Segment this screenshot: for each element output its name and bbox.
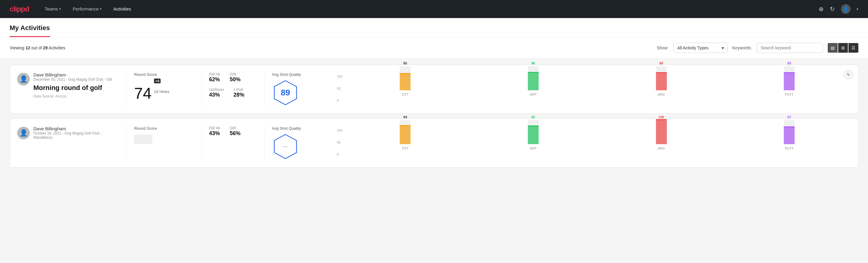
- round-score-section: Round Score: [134, 126, 194, 144]
- card-info: Dave Billingham December 05, 2021 - Gog …: [33, 72, 112, 98]
- chart-bar-ott: 94 OTT: [343, 115, 467, 150]
- quality-value: —: [283, 144, 287, 149]
- view-list-detail-button[interactable]: ☰: [848, 43, 858, 53]
- fw-hit-stat: FW Hit 43%: [209, 126, 220, 137]
- gir-label: GIR: [230, 72, 241, 77]
- chart-bar-putt: 87 PUTT: [727, 115, 851, 150]
- card-info: Dave Billingham October 16, 2021 - Gog M…: [33, 126, 119, 142]
- add-icon[interactable]: ⊕: [819, 5, 824, 12]
- teams-chevron-icon: ▾: [59, 7, 61, 10]
- person-icon: 👤: [20, 75, 28, 83]
- fw-hit-value: 62%: [209, 77, 220, 83]
- nav-icons-group: ⊕ ↻ 👤 ▾: [819, 4, 858, 14]
- sub-stat-row-2: Up/Down 43% 1 Putt 28%: [209, 88, 257, 98]
- player-avatar: 👤: [17, 127, 30, 139]
- oneputt-value: 28%: [234, 92, 244, 98]
- player-avatar: 👤: [17, 73, 30, 85]
- filter-bar: Viewing 12 out of 29 Activities Show: Al…: [0, 37, 868, 59]
- chart-y-axis: 100 50 0: [337, 74, 342, 102]
- activity-card: 👤 Dave Billingham October 16, 2021 - Gog…: [10, 119, 858, 168]
- avatar-chevron-icon: ▾: [857, 7, 858, 11]
- card-title: Morning round of golf: [33, 84, 112, 92]
- round-score-label: Round Score: [134, 126, 194, 130]
- activity-type-select-wrapper: All Activity Types: [673, 43, 727, 53]
- shot-chart: 100 50 0 85 OTT: [332, 72, 851, 102]
- chart-bar-ott: 85 OTT: [343, 61, 467, 96]
- card-date: December 05, 2021 - Gog Magog Golf Club …: [33, 77, 112, 82]
- keywords-label: Keywords:: [732, 46, 752, 50]
- quality-hexagon: 89: [272, 79, 299, 106]
- show-label: Show:: [657, 46, 669, 50]
- sub-stats-section: FW Hit 43% GIR 56%: [209, 126, 257, 137]
- view-grid-button[interactable]: ⊞: [838, 43, 848, 53]
- avg-shot-label: Avg Shot Quality: [272, 126, 301, 130]
- page-header: My Activities: [0, 18, 868, 37]
- shot-quality-section: Avg Shot Quality 89: [272, 72, 332, 106]
- chart-bar-putt: 89 PUTT: [727, 61, 851, 96]
- logo: clippd: [10, 5, 29, 13]
- round-score-section: Round Score 74 +4 18 Holes: [134, 72, 194, 102]
- card-divider-2: [202, 72, 202, 106]
- updown-label: Up/Down: [209, 88, 224, 92]
- navbar: clippd Teams ▾ Performance ▾ Activities …: [0, 0, 868, 18]
- activity-card: ✎ 👤 Dave Billingham December 05, 2021 - …: [10, 65, 858, 114]
- player-name: Dave Billingham: [33, 126, 119, 131]
- chart-bar-arg: 89 ARG: [600, 61, 723, 96]
- view-list-compact-button[interactable]: ▤: [828, 43, 838, 53]
- grid-icon: ⊞: [841, 46, 845, 50]
- shot-chart: 100 50 0 94 OTT 92: [332, 126, 851, 156]
- chart-bar-app: 92 APP: [472, 115, 595, 150]
- updown-stat: Up/Down 43%: [209, 88, 224, 98]
- avg-shot-label: Avg Shot Quality: [272, 72, 301, 77]
- chart-bar-arg: 106 ARG: [600, 115, 723, 150]
- fw-hit-label: FW Hit: [209, 126, 220, 130]
- gir-value: 50%: [230, 77, 241, 83]
- nav-teams[interactable]: Teams ▾: [43, 1, 62, 18]
- oneputt-stat: 1 Putt 28%: [234, 88, 244, 98]
- card-left: 👤 Dave Billingham October 16, 2021 - Gog…: [17, 126, 119, 142]
- nav-performance[interactable]: Performance ▾: [71, 1, 102, 18]
- fw-hit-stat: FW Hit 62%: [209, 72, 220, 83]
- avatar[interactable]: 👤: [841, 4, 850, 14]
- card-source: Data Source: Arccos: [33, 94, 112, 98]
- quality-hexagon: —: [272, 133, 299, 160]
- shot-quality-section: Avg Shot Quality —: [272, 126, 332, 160]
- fw-hit-value: 43%: [209, 130, 220, 137]
- viewing-text: Viewing 12 out of 29 Activities: [10, 46, 652, 50]
- person-icon: 👤: [20, 129, 28, 137]
- list-detail-icon: ☰: [851, 46, 856, 50]
- score-row: 74 +4 18 Holes: [134, 79, 194, 101]
- oneputt-label: 1 Putt: [234, 88, 244, 92]
- gir-label: GIR: [230, 126, 241, 130]
- page-title: My Activities: [10, 18, 50, 37]
- quality-value: 89: [281, 88, 290, 97]
- gir-stat: GIR 50%: [230, 72, 241, 83]
- sub-stat-row-1: FW Hit 62% GIR 50%: [209, 72, 257, 83]
- refresh-icon[interactable]: ↻: [830, 5, 835, 12]
- chart-bar-app: 90 APP: [472, 61, 595, 96]
- score-holes: 18 Holes: [154, 89, 169, 94]
- view-toggle: ▤ ⊞ ☰: [828, 43, 858, 53]
- card-divider-2: [202, 126, 202, 160]
- round-score-label: Round Score: [134, 72, 194, 77]
- nav-activities[interactable]: Activities: [112, 1, 132, 18]
- avatar-icon: 👤: [843, 6, 849, 12]
- player-name: Dave Billingham: [33, 72, 112, 77]
- search-input[interactable]: [757, 43, 823, 53]
- hexagon-container: 89: [272, 79, 299, 106]
- chart-y-axis: 100 50 0: [337, 127, 342, 156]
- hexagon-container: —: [272, 133, 299, 160]
- list-compact-icon: ▤: [831, 46, 835, 50]
- sub-stat-row-1: FW Hit 43% GIR 56%: [209, 126, 257, 137]
- gir-value: 56%: [230, 130, 241, 137]
- card-divider: [127, 126, 127, 160]
- card-date: October 16, 2021 - Gog Magog Golf Club -…: [33, 131, 119, 140]
- activity-type-select[interactable]: All Activity Types: [673, 43, 727, 53]
- activities-list: ✎ 👤 Dave Billingham December 05, 2021 - …: [0, 59, 868, 178]
- score-value: 74: [134, 85, 152, 101]
- gir-stat: GIR 56%: [230, 126, 241, 137]
- updown-value: 43%: [209, 92, 224, 98]
- performance-chevron-icon: ▾: [100, 7, 101, 10]
- sub-stats-section: FW Hit 62% GIR 50% Up/Down 43% 1 Putt 28…: [209, 72, 257, 98]
- card-left: 👤 Dave Billingham December 05, 2021 - Go…: [17, 72, 119, 98]
